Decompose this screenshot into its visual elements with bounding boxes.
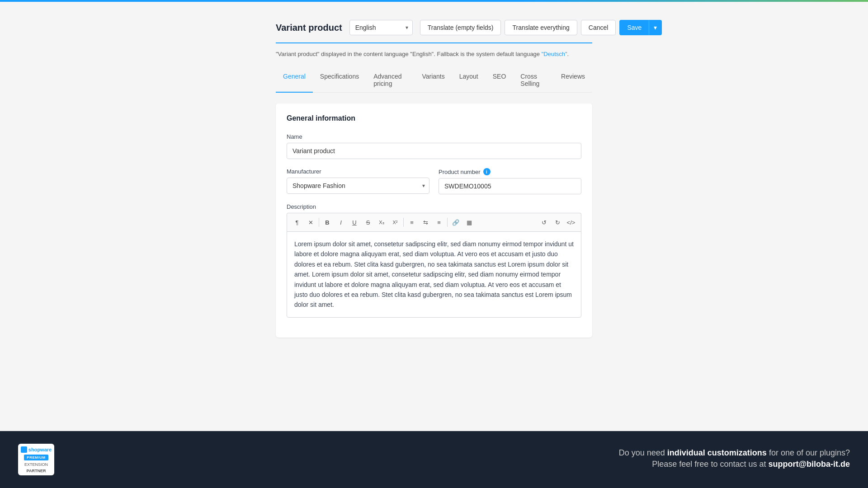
footer-email: support@biloba-it.de [768, 460, 850, 469]
tab-layout[interactable]: Layout [452, 68, 486, 93]
header-actions: Translate (empty fields) Translate every… [420, 20, 662, 35]
footer-promo-line2: Please feel free to contact us at suppor… [619, 460, 850, 469]
description-form-group: Description ¶ ✕ B I U S X₂ X² ≡ ⇆ ≡ [287, 203, 581, 318]
toolbar-paragraph-btn[interactable]: ¶ [291, 216, 303, 229]
cancel-button[interactable]: Cancel [581, 20, 616, 35]
toolbar-list-btn[interactable]: ≡ [406, 216, 418, 229]
promo-bold: individual customizations [667, 448, 767, 457]
tab-general[interactable]: General [276, 68, 313, 93]
shopware-brand: shopware [21, 446, 52, 453]
product-number-info-icon[interactable]: i [483, 168, 491, 175]
shopware-label: shopware [28, 447, 52, 452]
general-information-card: General information Name Manufacturer Sh… [276, 103, 592, 338]
footer-promo: Do you need individual customizations fo… [619, 448, 850, 471]
toolbar-superscript-btn[interactable]: X² [389, 216, 401, 229]
page-title: Variant product [276, 23, 342, 33]
toolbar-divider-3 [447, 218, 448, 227]
name-input[interactable] [287, 143, 581, 159]
toolbar-subscript-btn[interactable]: X₂ [375, 216, 388, 229]
toolbar-divider-1 [319, 218, 319, 227]
extension-label: EXTENSION [24, 462, 48, 467]
tab-reviews[interactable]: Reviews [554, 68, 592, 93]
toolbar-clear-btn[interactable]: ✕ [304, 216, 317, 229]
toolbar-undo-btn[interactable]: ↺ [538, 216, 550, 229]
info-text-suffix: . [567, 51, 569, 57]
toolbar-indent-btn[interactable]: ⇆ [419, 216, 432, 229]
info-fallback-link[interactable]: "Deutsch" [542, 51, 567, 57]
toolbar-align-btn[interactable]: ≡ [433, 216, 445, 229]
translate-empty-button[interactable]: Translate (empty fields) [420, 20, 501, 35]
info-text-prefix: "Variant product" displayed in the conte… [276, 51, 542, 57]
toolbar-link-btn[interactable]: 🔗 [449, 216, 462, 229]
toolbar-source-btn[interactable]: </> [565, 216, 577, 229]
promo-suffix: for one of our plugins? [767, 448, 850, 457]
save-button[interactable]: Save [619, 20, 649, 35]
product-number-label: Product number [439, 169, 481, 175]
manufacturer-product-row: Manufacturer Shopware Fashion Brand A ▾ … [287, 168, 581, 194]
footer: shopware PREMIUM EXTENSION PARTNER Do yo… [0, 431, 868, 488]
name-form-group: Name [287, 133, 581, 159]
partner-label: PARTNER [27, 469, 46, 473]
manufacturer-form-group: Manufacturer Shopware Fashion Brand A ▾ [287, 168, 429, 194]
page-header: Variant product English German French ▾ … [276, 20, 592, 43]
shopware-icon [21, 446, 27, 453]
toolbar-strikethrough-btn[interactable]: S [362, 216, 374, 229]
info-bar: "Variant product" displayed in the conte… [276, 51, 592, 57]
footer-logo: shopware PREMIUM EXTENSION PARTNER [18, 444, 54, 475]
footer-promo-line1: Do you need individual customizations fo… [619, 448, 850, 458]
tab-specifications[interactable]: Specifications [313, 68, 366, 93]
editor-toolbar: ¶ ✕ B I U S X₂ X² ≡ ⇆ ≡ 🔗 ▦ [287, 213, 581, 231]
translate-everything-button[interactable]: Translate everything [505, 20, 577, 35]
manufacturer-label: Manufacturer [287, 168, 429, 175]
product-number-label-row: Product number i [439, 168, 581, 175]
description-text: Lorem ipsum dolor sit amet, consetetur s… [294, 240, 574, 308]
premium-badge: PREMIUM [24, 455, 48, 460]
tabs: General Specifications Advanced pricing … [276, 68, 592, 93]
shopware-logo-box: shopware PREMIUM EXTENSION PARTNER [18, 444, 54, 475]
toolbar-divider-2 [403, 218, 404, 227]
toolbar-table-btn[interactable]: ▦ [463, 216, 476, 229]
tab-advanced-pricing[interactable]: Advanced pricing [366, 68, 415, 93]
tab-variants[interactable]: Variants [415, 68, 452, 93]
toolbar-bold-btn[interactable]: B [321, 216, 334, 229]
toolbar-italic-btn[interactable]: I [335, 216, 347, 229]
promo-contact-prefix: Please feel free to contact us at [652, 460, 768, 469]
save-group: Save ▾ [619, 20, 662, 35]
promo-prefix: Do you need [619, 448, 667, 457]
language-select-wrapper: English German French ▾ [349, 20, 413, 35]
description-label: Description [287, 203, 581, 210]
product-number-input[interactable] [439, 178, 581, 194]
name-label: Name [287, 133, 581, 140]
manufacturer-select[interactable]: Shopware Fashion Brand A [287, 178, 429, 194]
description-editor[interactable]: Lorem ipsum dolor sit amet, consetetur s… [287, 231, 581, 318]
tab-seo[interactable]: SEO [486, 68, 514, 93]
toolbar-redo-btn[interactable]: ↻ [551, 216, 564, 229]
language-select[interactable]: English German French [349, 20, 413, 35]
manufacturer-select-wrapper: Shopware Fashion Brand A ▾ [287, 178, 429, 194]
product-number-form-group: Product number i [439, 168, 581, 194]
top-accent-bar [0, 0, 868, 2]
card-title: General information [287, 114, 581, 122]
toolbar-underline-btn[interactable]: U [348, 216, 361, 229]
tab-cross-selling[interactable]: Cross Selling [513, 68, 554, 93]
save-dropdown-button[interactable]: ▾ [649, 20, 662, 35]
